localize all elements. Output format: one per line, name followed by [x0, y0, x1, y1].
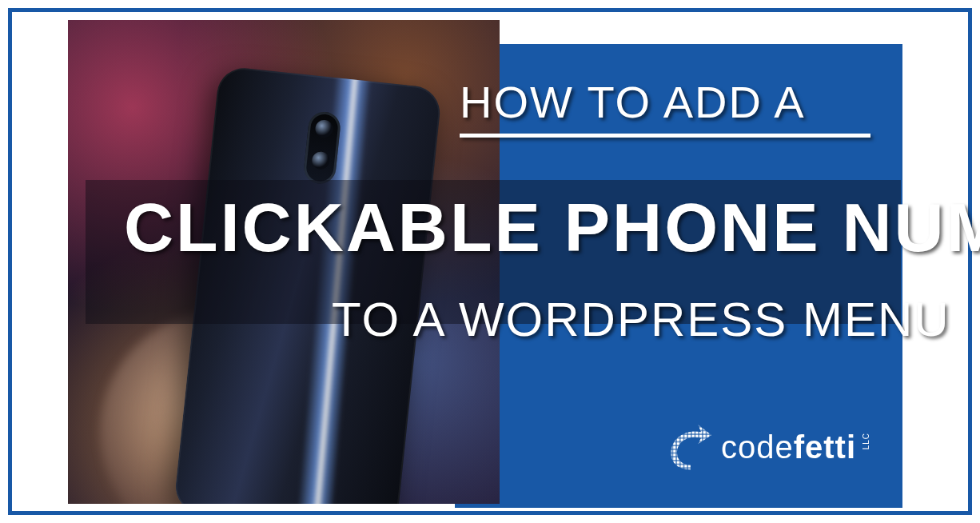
canvas: HOW TO ADD A CLICKABLE PHONE NUMBER TO A…	[0, 0, 980, 523]
title-line-3: TO A WORDPRESS MENU	[332, 292, 950, 347]
title-line-2: CLICKABLE PHONE NUMBER	[124, 188, 980, 267]
brand-wordmark: codefetti LLC	[721, 429, 856, 465]
title-line-1: HOW TO ADD A	[460, 76, 806, 128]
brand-logo: codefetti LLC	[665, 423, 856, 471]
brand-suffix: LLC	[862, 433, 870, 449]
title-underline	[460, 134, 870, 138]
brand-name-bold: fetti	[794, 429, 856, 465]
arrow-grid-icon	[665, 423, 713, 471]
brand-name-light: code	[721, 429, 794, 465]
border-frame: HOW TO ADD A CLICKABLE PHONE NUMBER TO A…	[8, 8, 972, 515]
